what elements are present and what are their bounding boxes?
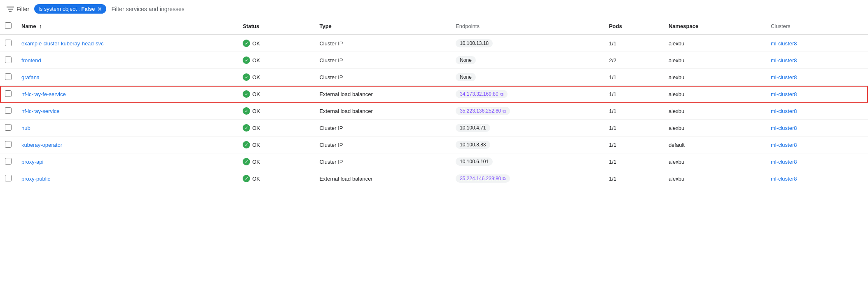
row-cluster-cell: ml-cluster8: [766, 153, 868, 170]
cluster-link[interactable]: ml-cluster8: [771, 159, 797, 165]
cluster-link[interactable]: ml-cluster8: [771, 74, 797, 80]
row-status-cell: ✓OK: [238, 35, 314, 52]
row-endpoint-cell: 10.100.13.18: [451, 35, 604, 52]
row-checkbox[interactable]: [5, 73, 12, 80]
ok-status-icon: ✓: [243, 107, 250, 115]
status-text: OK: [252, 91, 260, 97]
filter-button[interactable]: Filter: [7, 6, 29, 12]
endpoint-link[interactable]: 35.223.136.252:80 ⧉: [456, 107, 510, 115]
header-status[interactable]: Status: [238, 18, 314, 35]
row-namespace-cell: alexbu: [664, 86, 766, 103]
row-cluster-cell: ml-cluster8: [766, 86, 868, 103]
row-status-cell: ✓OK: [238, 69, 314, 86]
row-checkbox[interactable]: [5, 90, 12, 97]
row-endpoint-cell: 10.100.6.101: [451, 153, 604, 170]
row-pods-cell: 1/1: [604, 136, 664, 153]
ok-status-icon: ✓: [243, 56, 250, 64]
ok-status-icon: ✓: [243, 40, 250, 47]
row-checkbox[interactable]: [5, 107, 12, 114]
cluster-link[interactable]: ml-cluster8: [771, 91, 797, 97]
table-row: proxy-api✓OKCluster IP10.100.6.1011/1ale…: [0, 153, 868, 170]
row-type-cell: External load balancer: [314, 86, 451, 103]
row-name-cell: hub: [16, 120, 238, 136]
service-name-link[interactable]: hf-lc-ray-fe-service: [21, 91, 66, 97]
status-text: OK: [252, 74, 260, 80]
row-pods-cell: 1/1: [604, 153, 664, 170]
row-status-cell: ✓OK: [238, 120, 314, 136]
row-status-cell: ✓OK: [238, 170, 314, 187]
cluster-link[interactable]: ml-cluster8: [771, 125, 797, 131]
chip-close-button[interactable]: ✕: [97, 6, 102, 12]
header-namespace[interactable]: Namespace: [664, 18, 766, 35]
row-checkbox[interactable]: [5, 175, 12, 181]
endpoint-badge: None: [456, 56, 476, 64]
header-pods[interactable]: Pods: [604, 18, 664, 35]
row-type-cell: Cluster IP: [314, 52, 451, 69]
row-checkbox[interactable]: [5, 56, 12, 63]
header-clusters[interactable]: Clusters: [766, 18, 868, 35]
service-name-link[interactable]: kuberay-operator: [21, 142, 62, 148]
row-namespace-cell: alexbu: [664, 170, 766, 187]
row-checkbox[interactable]: [5, 141, 12, 148]
cluster-link[interactable]: ml-cluster8: [771, 176, 797, 182]
sort-asc-icon: ↑: [39, 23, 42, 29]
row-pods-cell: 1/1: [604, 170, 664, 187]
row-namespace-cell: alexbu: [664, 120, 766, 136]
row-type-cell: Cluster IP: [314, 69, 451, 86]
filter-input-placeholder[interactable]: Filter services and ingresses: [111, 6, 184, 12]
row-namespace-cell: alexbu: [664, 69, 766, 86]
service-name-link[interactable]: grafana: [21, 74, 40, 80]
ok-status-icon: ✓: [243, 73, 250, 81]
table-row: frontend✓OKCluster IPNone2/2alexbuml-clu…: [0, 52, 868, 69]
service-name-link[interactable]: hub: [21, 125, 30, 131]
row-name-cell: proxy-api: [16, 153, 238, 170]
filter-icon: [7, 6, 14, 12]
row-endpoint-cell: 10.100.4.71: [451, 120, 604, 136]
row-cluster-cell: ml-cluster8: [766, 52, 868, 69]
row-cluster-cell: ml-cluster8: [766, 170, 868, 187]
table-header-row: Name ↑ Status Type Endpoints Pods Namesp…: [0, 18, 868, 35]
row-name-cell: frontend: [16, 52, 238, 69]
header-endpoints[interactable]: Endpoints: [451, 18, 604, 35]
service-name-link[interactable]: example-cluster-kuberay-head-svc: [21, 40, 103, 47]
cluster-link[interactable]: ml-cluster8: [771, 57, 797, 64]
endpoint-badge: 10.100.6.101: [456, 158, 493, 166]
select-all-checkbox[interactable]: [5, 22, 12, 29]
ok-status-icon: ✓: [243, 141, 250, 148]
row-checkbox[interactable]: [5, 40, 12, 46]
service-name-link[interactable]: hf-lc-ray-service: [21, 108, 59, 114]
row-namespace-cell: alexbu: [664, 52, 766, 69]
cluster-link[interactable]: ml-cluster8: [771, 142, 797, 148]
row-pods-cell: 1/1: [604, 103, 664, 120]
row-name-cell: kuberay-operator: [16, 136, 238, 153]
header-type[interactable]: Type: [314, 18, 451, 35]
endpoint-link[interactable]: 35.224.146.239:80 ⧉: [456, 174, 510, 183]
service-name-link[interactable]: frontend: [21, 57, 41, 64]
ok-status-icon: ✓: [243, 175, 250, 182]
header-name[interactable]: Name ↑: [16, 18, 238, 35]
endpoint-link[interactable]: 34.173.32.169:80 ⧉: [456, 90, 507, 98]
row-checkbox[interactable]: [5, 124, 12, 131]
row-status-cell: ✓OK: [238, 153, 314, 170]
row-checkbox-cell: [0, 35, 16, 52]
row-name-cell: hf-lc-ray-fe-service: [16, 86, 238, 103]
row-checkbox-cell: [0, 120, 16, 136]
row-type-cell: Cluster IP: [314, 35, 451, 52]
service-name-link[interactable]: proxy-public: [21, 176, 50, 182]
cluster-link[interactable]: ml-cluster8: [771, 108, 797, 114]
endpoint-badge: 10.100.13.18: [456, 39, 493, 47]
row-endpoint-cell: None: [451, 69, 604, 86]
row-type-cell: Cluster IP: [314, 136, 451, 153]
table-row: kuberay-operator✓OKCluster IP10.100.8.83…: [0, 136, 868, 153]
row-pods-cell: 1/1: [604, 69, 664, 86]
table-row: proxy-public✓OKExternal load balancer35.…: [0, 170, 868, 187]
cluster-link[interactable]: ml-cluster8: [771, 40, 797, 47]
filter-chip: Is system object : False ✕: [34, 4, 106, 14]
row-endpoint-cell: 10.100.8.83: [451, 136, 604, 153]
row-checkbox[interactable]: [5, 158, 12, 165]
service-name-link[interactable]: proxy-api: [21, 159, 43, 165]
table-row: example-cluster-kuberay-head-svc✓OKClust…: [0, 35, 868, 52]
row-checkbox-cell: [0, 52, 16, 69]
row-name-cell: example-cluster-kuberay-head-svc: [16, 35, 238, 52]
row-pods-cell: 1/1: [604, 86, 664, 103]
